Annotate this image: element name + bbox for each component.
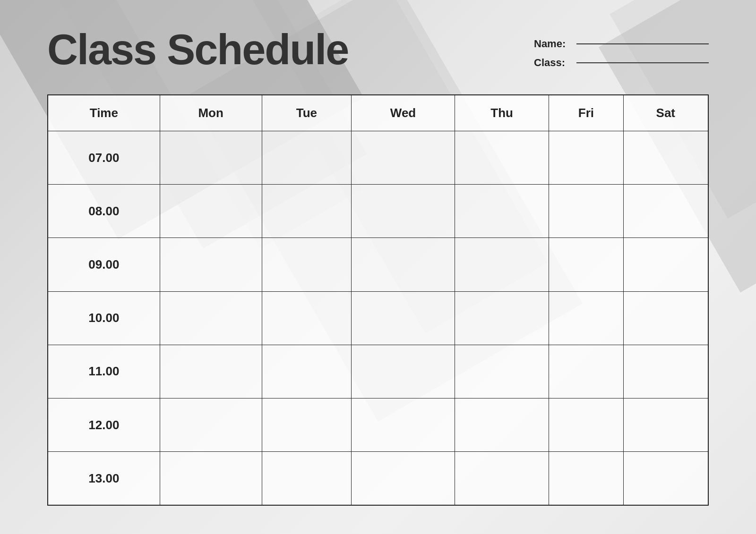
schedule-cell[interactable] bbox=[549, 238, 623, 291]
time-cell: 10.00 bbox=[48, 291, 160, 345]
schedule-cell[interactable] bbox=[549, 452, 623, 505]
schedule-cell[interactable] bbox=[160, 238, 262, 291]
schedule-cell[interactable] bbox=[455, 345, 549, 398]
table-row: 09.00 bbox=[48, 238, 708, 291]
schedule-cell[interactable] bbox=[455, 291, 549, 345]
name-field: Name: bbox=[534, 38, 709, 50]
form-fields: Name: Class: bbox=[534, 38, 709, 69]
schedule-cell[interactable] bbox=[262, 131, 351, 185]
header-sat: Sat bbox=[623, 95, 708, 131]
schedule-cell[interactable] bbox=[623, 398, 708, 452]
schedule-cell[interactable] bbox=[623, 291, 708, 345]
class-label: Class: bbox=[534, 57, 572, 69]
time-cell: 07.00 bbox=[48, 131, 160, 185]
table-row: 10.00 bbox=[48, 291, 708, 345]
schedule-cell[interactable] bbox=[623, 185, 708, 238]
table-row: 12.00 bbox=[48, 398, 708, 452]
header-wed: Wed bbox=[352, 95, 455, 131]
name-line bbox=[576, 43, 709, 44]
schedule-cell[interactable] bbox=[549, 398, 623, 452]
schedule-cell[interactable] bbox=[549, 291, 623, 345]
schedule-cell[interactable] bbox=[455, 398, 549, 452]
class-field: Class: bbox=[534, 57, 709, 69]
header-tue: Tue bbox=[262, 95, 351, 131]
schedule-cell[interactable] bbox=[262, 238, 351, 291]
schedule-cell[interactable] bbox=[160, 345, 262, 398]
time-cell: 12.00 bbox=[48, 398, 160, 452]
schedule-cell[interactable] bbox=[352, 452, 455, 505]
header-thu: Thu bbox=[455, 95, 549, 131]
schedule-cell[interactable] bbox=[160, 131, 262, 185]
header-row: Time Mon Tue Wed Thu Fri Sat bbox=[48, 95, 708, 131]
page: Class Schedule Name: Class: Time Mon Tue… bbox=[0, 0, 756, 534]
schedule-cell[interactable] bbox=[623, 131, 708, 185]
schedule-cell[interactable] bbox=[623, 238, 708, 291]
schedule-cell[interactable] bbox=[352, 291, 455, 345]
table-row: 07.00 bbox=[48, 131, 708, 185]
schedule-cell[interactable] bbox=[160, 398, 262, 452]
schedule-cell[interactable] bbox=[352, 238, 455, 291]
time-cell: 11.00 bbox=[48, 345, 160, 398]
header: Class Schedule Name: Class: bbox=[47, 28, 709, 71]
header-time: Time bbox=[48, 95, 160, 131]
header-fri: Fri bbox=[549, 95, 623, 131]
schedule-cell[interactable] bbox=[455, 185, 549, 238]
schedule-cell[interactable] bbox=[352, 398, 455, 452]
schedule-cell[interactable] bbox=[352, 131, 455, 185]
table-body: 07.0008.0009.0010.0011.0012.0013.00 bbox=[48, 131, 708, 506]
schedule-cell[interactable] bbox=[262, 291, 351, 345]
schedule-cell[interactable] bbox=[262, 452, 351, 505]
schedule-cell[interactable] bbox=[549, 131, 623, 185]
schedule-cell[interactable] bbox=[623, 345, 708, 398]
table-row: 13.00 bbox=[48, 452, 708, 505]
schedule-cell[interactable] bbox=[262, 345, 351, 398]
time-cell: 13.00 bbox=[48, 452, 160, 505]
schedule-cell[interactable] bbox=[262, 185, 351, 238]
schedule-cell[interactable] bbox=[160, 185, 262, 238]
schedule-cell[interactable] bbox=[455, 238, 549, 291]
class-line bbox=[576, 62, 709, 63]
schedule-cell[interactable] bbox=[352, 345, 455, 398]
schedule-cell[interactable] bbox=[549, 345, 623, 398]
schedule-cell[interactable] bbox=[623, 452, 708, 505]
schedule-cell[interactable] bbox=[160, 291, 262, 345]
time-cell: 08.00 bbox=[48, 185, 160, 238]
table-row: 08.00 bbox=[48, 185, 708, 238]
page-title: Class Schedule bbox=[47, 28, 348, 71]
table-header: Time Mon Tue Wed Thu Fri Sat bbox=[48, 95, 708, 131]
name-label: Name: bbox=[534, 38, 572, 50]
schedule-cell[interactable] bbox=[455, 131, 549, 185]
schedule-cell[interactable] bbox=[352, 185, 455, 238]
schedule-cell[interactable] bbox=[160, 452, 262, 505]
schedule-table: Time Mon Tue Wed Thu Fri Sat 07.0008.000… bbox=[47, 94, 709, 506]
schedule-cell[interactable] bbox=[549, 185, 623, 238]
time-cell: 09.00 bbox=[48, 238, 160, 291]
header-mon: Mon bbox=[160, 95, 262, 131]
schedule-cell[interactable] bbox=[262, 398, 351, 452]
schedule-cell[interactable] bbox=[455, 452, 549, 505]
table-row: 11.00 bbox=[48, 345, 708, 398]
